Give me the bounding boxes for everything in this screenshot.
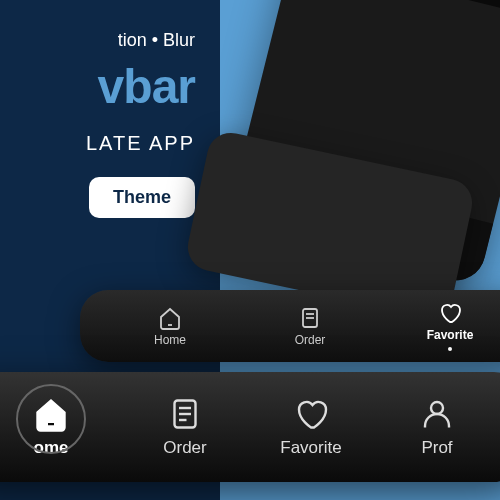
heart-icon bbox=[293, 396, 329, 432]
phone-header-title: - PARIS - bbox=[292, 0, 500, 19]
theme-button[interactable]: Theme bbox=[89, 177, 195, 218]
product-title: vbar bbox=[0, 59, 220, 114]
nav-label: Favorite bbox=[427, 328, 474, 342]
subtitle-text: LATE APP bbox=[0, 132, 220, 155]
svg-point-12 bbox=[431, 402, 443, 414]
navbar-large: ome Order Favorite Prof bbox=[0, 372, 500, 482]
nav-label: Order bbox=[295, 333, 326, 347]
profile-icon bbox=[419, 396, 455, 432]
nav-item-home[interactable]: Home bbox=[100, 306, 240, 347]
tagline-text: tion • Blur bbox=[0, 30, 220, 51]
order-icon bbox=[167, 396, 203, 432]
nav-item-order[interactable]: Order bbox=[122, 396, 248, 458]
nav-item-home[interactable]: ome bbox=[0, 388, 122, 466]
heart-icon bbox=[438, 301, 462, 325]
nav-label: Order bbox=[163, 438, 206, 458]
navbar-medium: Home Order Favorite bbox=[80, 290, 500, 362]
nav-label: Prof bbox=[421, 438, 452, 458]
nav-label: Favorite bbox=[280, 438, 341, 458]
home-icon bbox=[158, 306, 182, 330]
active-ring bbox=[16, 384, 86, 454]
order-icon bbox=[298, 306, 322, 330]
nav-item-favorite[interactable]: Favorite bbox=[380, 301, 500, 351]
nav-item-favorite[interactable]: Favorite bbox=[248, 396, 374, 458]
nav-label: Home bbox=[154, 333, 186, 347]
nav-item-order[interactable]: Order bbox=[240, 306, 380, 347]
active-indicator-dot bbox=[448, 347, 452, 351]
nav-item-profile[interactable]: Prof bbox=[374, 396, 500, 458]
